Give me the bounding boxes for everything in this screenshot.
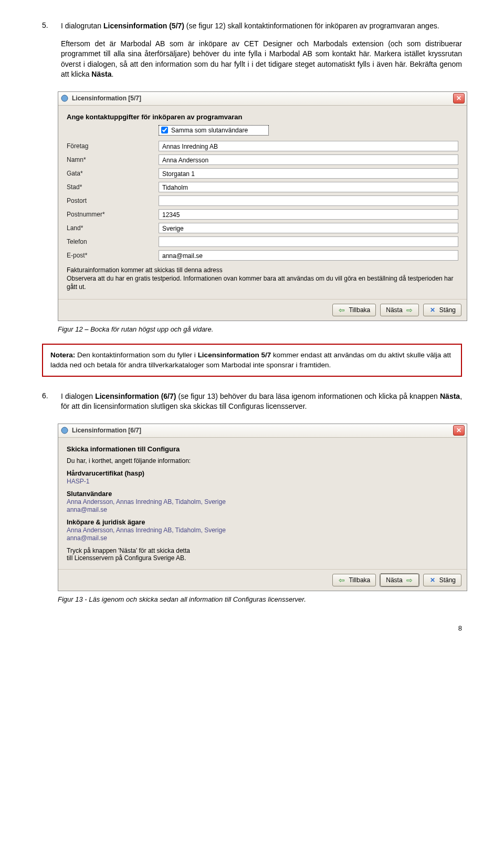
close-icon: ✕ [456, 95, 461, 102]
window-title: Licensinformation [5/7] [72, 95, 453, 102]
dialog-heading: Skicka informationen till Configura [67, 445, 458, 453]
section-6-para: I dialogen Licensinformation (6/7) (se f… [61, 391, 462, 412]
text: (se figur 13) behöver du bara läsa igeno… [176, 392, 440, 400]
dialog-licensinformation-5: Licensinformation [5/7] ✕ Ange kontaktup… [58, 91, 467, 321]
button-label: Nästa [386, 576, 402, 584]
text: . [112, 70, 114, 78]
field-foretag[interactable]: Annas Inredning AB [159, 141, 458, 151]
caption-figure-12: Figur 12 – Bocka för rutan högst upp och… [58, 325, 462, 333]
form-row-foretag: Företag Annas Inredning AB [67, 141, 458, 151]
field-epost[interactable]: anna@mail.se [159, 250, 458, 261]
label-epost: E-post* [67, 252, 159, 259]
footer-line-2: till Licensservern på Configura Sverige … [67, 554, 458, 562]
label-telefon: Telefon [67, 238, 159, 245]
section-6-body: I dialogen Licensinformation (6/7) (se f… [61, 391, 462, 419]
app-icon [60, 426, 69, 435]
field-namn[interactable]: Anna Andersson [159, 154, 458, 165]
button-label: Tillbaka [349, 576, 370, 584]
list-number: 6. [42, 391, 51, 419]
summary-value: anna@mail.se [67, 506, 458, 513]
caption-figure-13: Figur 13 - Läs igenom och skicka sedan a… [58, 595, 462, 603]
close-dialog-button[interactable]: Stäng [423, 574, 461, 586]
back-button[interactable]: Tillbaka [332, 574, 376, 586]
summary-enduser: Slutanvändare Anna Andersson, Annas Inre… [67, 490, 458, 513]
field-telefon[interactable] [159, 236, 458, 247]
summary-value: Anna Andersson, Annas Inredning AB, Tida… [67, 498, 458, 505]
text-bold: Licensinformation 5/7 [198, 351, 271, 359]
button-bar: Tillbaka Nästa Stäng [58, 569, 467, 591]
summary-label: Inköpare & juridisk ägare [67, 519, 458, 526]
field-gata[interactable]: Storgatan 1 [159, 168, 458, 179]
label-foretag: Företag [67, 142, 159, 150]
text-bold: Nästa [91, 70, 111, 78]
button-label: Stäng [439, 576, 456, 584]
summary-label: Hårdvarucertifikat (hasp) [67, 470, 458, 477]
section-5-para-1: I dialogrutan Licensinformation (5/7) (s… [61, 21, 462, 32]
form-row-postnummer: Postnummer* 12345 [67, 209, 458, 220]
field-land[interactable]: Sverige [159, 223, 458, 233]
text: (se figur 12) skall kontaktinformationen… [184, 22, 439, 30]
intro-line: Du har, i korthet, angett följande infor… [67, 457, 458, 465]
svg-point-1 [61, 427, 68, 434]
window-title: Licensinformation [6/7] [72, 427, 453, 434]
list-number: 5. [42, 21, 51, 87]
app-icon [60, 94, 69, 102]
section-5-body: I dialogrutan Licensinformation (5/7) (s… [61, 21, 462, 87]
arrow-right-icon [406, 306, 413, 314]
label-stad: Stad* [67, 183, 159, 191]
arrow-left-icon [338, 306, 345, 314]
form-row-postort: Postort [67, 195, 458, 206]
button-bar: Tillbaka Nästa Stäng [58, 299, 467, 321]
summary-value: anna@mail.se [67, 534, 458, 542]
summary-label: Slutanvändare [67, 490, 458, 498]
text: Eftersom det är Marbodal AB som är inköp… [61, 39, 462, 79]
back-button[interactable]: Tillbaka [332, 304, 376, 316]
label-gata: Gata* [67, 170, 159, 177]
dialog-licensinformation-6: Licensinformation [6/7] ✕ Skicka informa… [58, 424, 467, 591]
label-postnummer: Postnummer* [67, 211, 159, 218]
form-row-epost: E-post* anna@mail.se [67, 250, 458, 261]
notera-lead: Notera: [50, 351, 75, 359]
dialog-note: Fakturainformation kommer att skickas ti… [67, 266, 458, 292]
note-line-1: Fakturainformation kommer att skickas ti… [67, 266, 458, 274]
text: I dialogrutan [61, 22, 103, 30]
x-icon [429, 306, 436, 314]
titlebar: Licensinformation [6/7] ✕ [58, 424, 467, 438]
form-row-stad: Stad* Tidaholm [67, 182, 458, 192]
same-as-enduser-checkbox-row[interactable]: Samma som slutanvändare [159, 125, 269, 136]
label-namn: Namn* [67, 156, 159, 163]
section-5: 5. I dialogrutan Licensinformation (5/7)… [42, 21, 462, 87]
form-row-gata: Gata* Storgatan 1 [67, 168, 458, 179]
x-icon [429, 576, 436, 584]
close-dialog-button[interactable]: Stäng [423, 304, 461, 316]
note-line-2: Observera att du har en gratis testperio… [67, 274, 458, 291]
text-bold: Nästa [440, 392, 460, 400]
summary-hasp: Hårdvarucertifikat (hasp) HASP-1 [67, 470, 458, 485]
text: Den kontaktinformation som du fyller i [75, 351, 197, 359]
text-bold: Licensinformation (5/7) [103, 22, 184, 30]
close-button[interactable]: ✕ [453, 93, 465, 104]
button-label: Tillbaka [349, 306, 370, 314]
field-postort[interactable] [159, 195, 458, 206]
form-row-land: Land* Sverige [67, 223, 458, 233]
same-as-enduser-checkbox[interactable] [161, 127, 168, 133]
arrow-left-icon [338, 576, 345, 584]
dialog-body: Skicka informationen till Configura Du h… [58, 438, 467, 569]
section-6: 6. I dialogen Licensinformation (6/7) (s… [42, 391, 462, 419]
next-button[interactable]: Nästa [380, 574, 418, 586]
dialog-heading: Ange kontaktuppgifter för inköparen av p… [67, 113, 458, 121]
next-button[interactable]: Nästa [380, 304, 418, 316]
footer-line-1: Tryck på knappen 'Nästa' för att skicka … [67, 547, 458, 554]
footer-note: Tryck på knappen 'Nästa' för att skicka … [67, 547, 458, 562]
svg-point-0 [61, 95, 68, 101]
field-postnummer[interactable]: 12345 [159, 209, 458, 220]
field-stad[interactable]: Tidaholm [159, 182, 458, 192]
summary-buyer: Inköpare & juridisk ägare Anna Andersson… [67, 519, 458, 542]
close-button[interactable]: ✕ [453, 425, 465, 436]
arrow-right-icon [406, 576, 413, 584]
text-bold: Licensinformation (6/7) [95, 392, 176, 400]
button-label: Nästa [386, 306, 402, 314]
form-row-namn: Namn* Anna Andersson [67, 154, 458, 165]
text: I dialogen [61, 392, 95, 400]
summary-value: HASP-1 [67, 478, 458, 485]
